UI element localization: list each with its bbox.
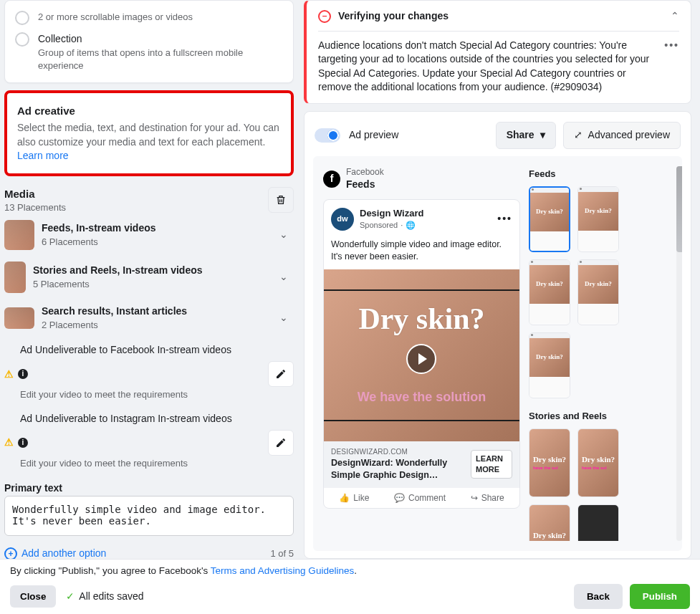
- radio-unchecked-icon: [15, 11, 29, 25]
- placement-tile-feed[interactable]: Dry skin?: [529, 259, 570, 325]
- ad-preview-label: Ad preview: [349, 128, 398, 143]
- warning-icon: ⚠: [4, 436, 14, 450]
- share-button[interactable]: Share ▾: [496, 122, 556, 149]
- back-button[interactable]: Back: [574, 584, 623, 609]
- format-option-collection[interactable]: Collection Group of items that opens int…: [15, 32, 283, 72]
- post-share-button[interactable]: ↪Share: [471, 492, 504, 504]
- ad-creative-title: Ad creative: [17, 103, 281, 118]
- pencil-icon: [275, 368, 287, 380]
- warning-title: Ad Undeliverable to Facebook In-stream v…: [20, 343, 294, 358]
- expand-icon: ⤢: [574, 128, 582, 143]
- media-warning-fb: Ad Undeliverable to Facebook In-stream v…: [4, 340, 294, 402]
- format-option-carousel[interactable]: 2 or more scrollable images or videos: [15, 11, 283, 25]
- media-group-sub: 5 Placements: [33, 278, 267, 291]
- page-avatar-icon: dw: [331, 208, 354, 231]
- media-group-title: Feeds, In-stream videos: [42, 221, 267, 236]
- warning-help: Edit your video to meet the requirements: [4, 457, 294, 470]
- chevron-down-icon[interactable]: ⌄: [274, 228, 294, 242]
- share-icon: ↪: [471, 492, 478, 504]
- media-title: Media: [4, 186, 66, 201]
- like-icon: 👍: [339, 492, 350, 504]
- post-like-button[interactable]: 👍Like: [339, 492, 369, 504]
- ad-creative-desc: Select the media, text, and destination …: [17, 121, 281, 149]
- media-thumb-icon: [4, 220, 34, 250]
- primary-text-label: Primary text: [4, 481, 294, 496]
- ad-creative-learn-more-link[interactable]: Learn more: [17, 150, 69, 161]
- post-primary-text: Wonderfully simple video and image edito…: [324, 239, 519, 269]
- option-counter: 1 of 5: [270, 547, 294, 559]
- play-button-icon: [406, 344, 436, 374]
- post-preview-card: dw Design Wizard Sponsored · 🌐 •••: [323, 199, 520, 509]
- platform-big-label: Feeds: [346, 178, 384, 192]
- media-group-stories[interactable]: Stories and Reels, In-stream videos 5 Pl…: [4, 256, 294, 299]
- post-cta-button[interactable]: LEARN MORE: [471, 450, 512, 479]
- close-button[interactable]: Close: [10, 585, 56, 608]
- advanced-label: Advanced preview: [588, 128, 670, 143]
- placement-tile-feed[interactable]: Dry skin?: [529, 186, 570, 252]
- warning-icon: ⚠: [4, 368, 14, 382]
- post-link-domain: DESIGNWIZARD.COM: [331, 447, 465, 457]
- primary-text-input[interactable]: [4, 496, 294, 536]
- warning-help: Edit your video to meet the requirements: [4, 388, 294, 401]
- placement-tile-story[interactable]: [577, 504, 619, 541]
- advanced-preview-button[interactable]: ⤢ Advanced preview: [563, 122, 681, 149]
- side-feeds-title: Feeds: [529, 168, 665, 181]
- comment-icon: 💬: [394, 492, 405, 504]
- add-option-button[interactable]: + Add another option: [4, 547, 106, 559]
- chevron-up-icon[interactable]: ⌃: [671, 9, 679, 24]
- preview-scrollbar[interactable]: [676, 166, 682, 541]
- info-icon[interactable]: i: [18, 438, 28, 448]
- placement-tile-story[interactable]: Dry skin?have the sol: [529, 428, 570, 497]
- placement-tile-story[interactable]: Dry skin?have the sol: [577, 428, 619, 497]
- placement-tile-story[interactable]: Dry skin?have the sol: [529, 504, 570, 541]
- chevron-down-icon[interactable]: ⌄: [274, 270, 294, 284]
- minus-circle-icon: –: [318, 10, 331, 23]
- ad-creative-section: Ad creative Select the media, text, and …: [4, 90, 294, 176]
- placement-tile-feed[interactable]: Dry skin?: [577, 259, 619, 325]
- ad-preview-toggle[interactable]: [315, 128, 340, 143]
- verifying-alert: – Verifying your changes ⌃ ••• Audience …: [304, 0, 691, 104]
- saved-label: All edits saved: [79, 590, 143, 604]
- alert-more-button[interactable]: •••: [664, 39, 679, 53]
- media-group-search[interactable]: Search results, Instant articles 2 Place…: [4, 299, 294, 337]
- terms-link[interactable]: Terms and Advertising Guidelines: [211, 565, 354, 576]
- footer-pretext: By clicking "Publish," you agree to Face…: [10, 565, 211, 576]
- edit-warning-button[interactable]: [268, 430, 294, 456]
- plus-circle-icon: +: [4, 547, 17, 559]
- post-more-button[interactable]: •••: [497, 212, 512, 226]
- alert-body-text: Audience locations don't match Special A…: [318, 39, 649, 93]
- post-comment-button[interactable]: 💬Comment: [394, 492, 446, 504]
- media-warning-ig: Ad Undeliverable to Instagram In-stream …: [4, 409, 294, 471]
- alert-title: Verifying your changes: [338, 9, 449, 24]
- footer-bar: By clicking "Publish," you agree to Face…: [0, 559, 700, 614]
- warning-title: Ad Undeliverable to Instagram In-stream …: [20, 412, 294, 426]
- placement-tile-feed[interactable]: Dry skin?: [577, 186, 619, 252]
- globe-icon: 🌐: [406, 220, 416, 231]
- pencil-icon: [275, 437, 287, 448]
- info-icon[interactable]: i: [18, 369, 28, 379]
- edit-warning-button[interactable]: [268, 361, 294, 387]
- media-group-title: Search results, Instant articles: [42, 304, 267, 319]
- side-stories-title: Stories and Reels: [529, 410, 665, 423]
- share-label: Share: [507, 128, 534, 143]
- media-section: Media 13 Placements Feeds, In-stream vid…: [4, 186, 294, 559]
- media-delete-button[interactable]: [268, 187, 294, 213]
- chevron-down-icon[interactable]: ⌄: [274, 311, 294, 325]
- post-sponsored-label: Sponsored: [360, 220, 398, 231]
- radio-unchecked-icon: [15, 32, 29, 47]
- placement-tile-feed[interactable]: Dry skin?: [529, 332, 570, 398]
- media-thumb-icon: [4, 307, 34, 329]
- media-group-feeds[interactable]: Feeds, In-stream videos 6 Placements ⌄: [4, 214, 294, 256]
- media-placements-count: 13 Placements: [4, 201, 66, 214]
- post-link-title: DesignWizard: Wonderfully Simple Graphic…: [331, 457, 465, 482]
- post-media[interactable]: Dry skin? We have the solution: [324, 269, 519, 441]
- add-option-label: Add another option: [21, 547, 106, 559]
- publish-button[interactable]: Publish: [630, 584, 690, 609]
- format-carousel-sub: 2 or more scrollable images or videos: [38, 11, 193, 24]
- alert-header[interactable]: – Verifying your changes ⌃: [318, 9, 679, 24]
- post-page-name: Design Wizard: [360, 207, 492, 220]
- platform-small-label: Facebook: [346, 166, 384, 178]
- format-collection-sub: Group of items that opens into a fullscr…: [38, 47, 283, 72]
- caret-down-icon: ▾: [540, 128, 545, 143]
- format-collection-title: Collection: [38, 32, 283, 47]
